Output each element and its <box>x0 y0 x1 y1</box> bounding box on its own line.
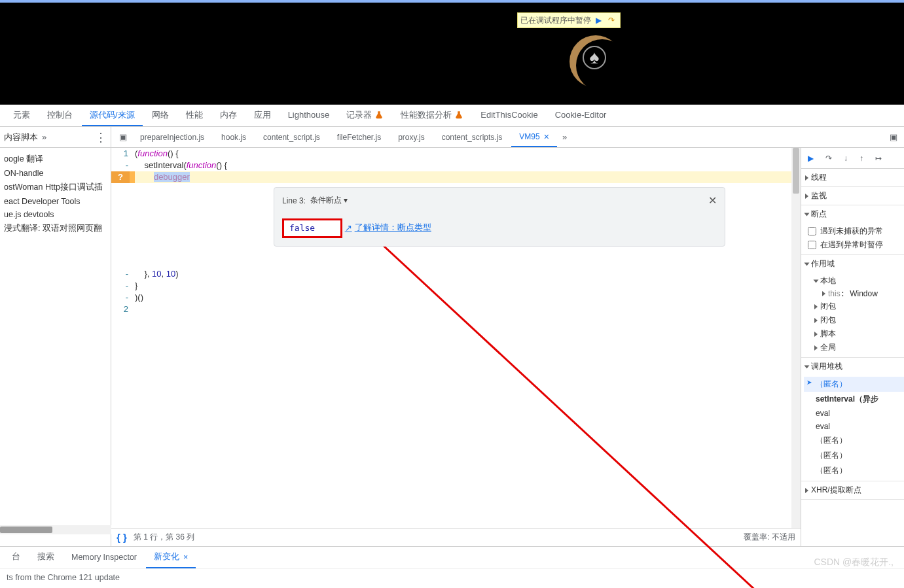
tab-application[interactable]: 应用 <box>246 105 279 126</box>
bp-caught-checkbox[interactable]: 在遇到异常时暂停 <box>804 238 904 252</box>
page-viewport: 已在调试程序中暂停 ▶ ↷ ♠ <box>0 0 904 105</box>
close-icon[interactable]: × <box>544 131 549 142</box>
section-xhr[interactable]: XHR/提取断点 <box>801 481 904 499</box>
navigator-sidebar: oogle 翻译 ON-handle ostWoman Http接口调试插 ea… <box>0 148 111 546</box>
scope-local[interactable]: 本地 <box>804 274 904 288</box>
resume-icon[interactable]: ▶ <box>592 15 604 26</box>
tab-lighthouse[interactable]: Lighthouse <box>280 105 338 126</box>
drawer-tab[interactable]: Memory Inspector <box>63 547 145 568</box>
paused-line: ? - debugger <box>111 171 801 183</box>
step-icon[interactable]: ↦ <box>875 154 882 163</box>
pretty-print-icon[interactable]: { } <box>117 532 127 543</box>
tab-performance[interactable]: 性能 <box>178 105 211 126</box>
drawer-tab[interactable]: 台 <box>4 547 28 568</box>
section-breakpoints[interactable]: 断点 <box>801 205 904 223</box>
navigator-more-icon[interactable]: » <box>42 132 46 142</box>
coverage-label: 覆盖率: 不适用 <box>744 532 795 543</box>
step-out-icon[interactable]: ↑ <box>859 154 863 163</box>
call-frame[interactable]: （匿名） <box>804 377 904 392</box>
bp-uncaught-checkbox[interactable]: 遇到未捕获的异常 <box>804 224 904 238</box>
tab-recorder[interactable]: 记录器 <box>338 105 391 126</box>
step-into-icon[interactable]: ↓ <box>844 154 848 163</box>
conditional-breakpoint-popover: Line 3: 条件断点 ▾ ✕ ↗ 了解详情：断点类型 <box>274 187 725 247</box>
tab-network[interactable]: 网络 <box>144 105 177 126</box>
file-tab[interactable]: proxy.js <box>390 127 432 147</box>
bp-type-dropdown[interactable]: 条件断点 ▾ <box>310 195 348 206</box>
editor-scrollbar[interactable] <box>791 148 801 528</box>
sidebar-item[interactable]: ostWoman Http接口调试插 <box>0 180 111 195</box>
tab-elements[interactable]: 元素 <box>5 105 38 126</box>
step-over-icon[interactable]: ↷ <box>606 15 617 26</box>
call-frame[interactable]: （匿名） <box>804 433 904 448</box>
call-frame[interactable]: （匿名） <box>804 463 904 478</box>
scope-global[interactable]: 全局 <box>804 341 904 355</box>
tab-memory[interactable]: 内存 <box>212 105 245 126</box>
tab-editthiscookie[interactable]: EditThisCookie <box>473 105 545 126</box>
section-scope[interactable]: 作用域 <box>801 255 904 273</box>
experiment-icon <box>374 111 384 120</box>
scope-this[interactable]: this: Window <box>804 288 904 300</box>
code-editor[interactable]: 1(function() { - setInterval(function() … <box>111 148 801 546</box>
sidebar-item[interactable]: 浸式翻译: 双语对照网页翻 <box>0 221 111 236</box>
debugger-toolbar: ▶ ↷ ↓ ↑ ↦ <box>801 148 904 169</box>
scope-closure[interactable]: 闭包 <box>804 313 904 327</box>
section-callstack[interactable]: 调用堆栈 <box>801 358 904 375</box>
line-num: - <box>111 268 135 280</box>
file-tabs: ▣ prepareInjection.js hook.js content_sc… <box>111 127 904 147</box>
file-tab[interactable]: prepareInjection.js <box>132 127 212 147</box>
file-tab[interactable]: fileFetcher.js <box>329 127 389 147</box>
line-num: 1 <box>111 148 135 160</box>
paused-text: 已在调试程序中暂停 <box>520 15 591 26</box>
line-num: 2 <box>111 303 135 315</box>
sidebar-item[interactable]: ue.js devtools <box>0 208 111 221</box>
scope-script[interactable]: 脚本 <box>804 327 904 341</box>
call-frame[interactable]: eval <box>804 420 904 433</box>
sources-main: oogle 翻译 ON-handle ostWoman Http接口调试插 ea… <box>0 148 904 546</box>
external-link-icon: ↗ <box>345 223 352 233</box>
call-frame[interactable]: （匿名） <box>804 448 904 463</box>
close-icon[interactable]: ✕ <box>708 194 717 207</box>
file-tab-active[interactable]: VM95× <box>511 127 557 147</box>
resume-icon[interactable]: ▶ <box>808 154 814 163</box>
experiment-icon <box>454 111 463 120</box>
drawer-tabs: 台 搜索 Memory Inspector 新变化× <box>0 546 904 568</box>
learn-more-link[interactable]: ↗ 了解详情：断点类型 <box>345 222 431 233</box>
sidebar-item[interactable]: eact Developer Tools <box>0 195 111 208</box>
code-body: 1(function() { - setInterval(function() … <box>111 148 801 528</box>
file-tab[interactable]: content_scripts.js <box>434 127 511 147</box>
sources-subrow: 内容脚本 » ⋮ ▣ prepareInjection.js hook.js c… <box>0 127 904 148</box>
call-frame-async[interactable]: setInterval（异步 <box>804 392 904 407</box>
close-icon[interactable]: × <box>183 553 188 562</box>
call-frame[interactable]: eval <box>804 407 904 420</box>
debugger-pane: ▶ ↷ ↓ ↑ ↦ 线程 监视 断点 遇到未捕获的异常 在遇到异常时暂停 作用域… <box>801 148 904 546</box>
navigator-menu-icon[interactable]: ⋮ <box>95 130 107 145</box>
drawer-tab[interactable]: 搜索 <box>29 547 62 568</box>
file-tab[interactable]: content_script.js <box>255 127 328 147</box>
show-navigator-icon[interactable]: ▣ <box>115 132 131 142</box>
section-watch[interactable]: 监视 <box>801 187 904 205</box>
execution-marker-icon: ? <box>111 171 130 183</box>
section-threads[interactable]: 线程 <box>801 169 904 186</box>
navigator-header: 内容脚本 » ⋮ <box>0 127 111 147</box>
tab-console[interactable]: 控制台 <box>39 105 81 126</box>
tab-sources[interactable]: 源代码/来源 <box>82 105 143 126</box>
sidebar-scrollbar[interactable] <box>0 525 111 534</box>
watermark: CSDN @春暖花开., <box>814 557 894 568</box>
bp-line-label: Line 3: <box>282 196 306 205</box>
condition-input[interactable] <box>282 218 342 238</box>
scope-closure[interactable]: 闭包 <box>804 300 904 313</box>
toggle-pane-icon[interactable]: ▣ <box>883 132 904 142</box>
more-tabs-icon[interactable]: » <box>558 132 571 142</box>
line-num: - <box>111 160 135 171</box>
line-num: - <box>111 280 135 292</box>
navigator-label[interactable]: 内容脚本 <box>4 131 38 143</box>
file-tab[interactable]: hook.js <box>213 127 254 147</box>
tab-perf-insights[interactable]: 性能数据分析 <box>393 105 471 126</box>
cursor-position: 第 1 行，第 36 列 <box>134 532 194 543</box>
sidebar-item[interactable]: oogle 翻译 <box>0 152 111 167</box>
drawer-tab-active[interactable]: 新变化× <box>146 547 196 568</box>
step-over-icon[interactable]: ↷ <box>825 154 832 163</box>
devtools-tab-strip: 元素 控制台 源代码/来源 网络 性能 内存 应用 Lighthouse 记录器… <box>0 105 904 127</box>
sidebar-item[interactable]: ON-handle <box>0 167 111 180</box>
tab-cookie-editor[interactable]: Cookie-Editor <box>547 105 615 126</box>
